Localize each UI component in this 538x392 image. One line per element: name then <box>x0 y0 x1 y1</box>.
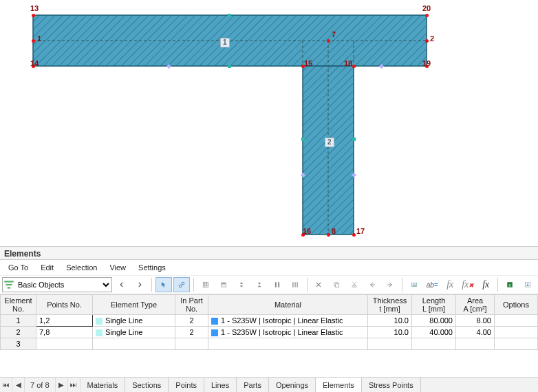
svg-rect-24 <box>297 282 297 287</box>
nav-first-button[interactable]: ⏮ <box>0 378 12 392</box>
node-point[interactable] <box>352 233 356 237</box>
delete-row-button[interactable] <box>310 277 327 292</box>
node-label-13: 13 <box>30 4 39 12</box>
tab-sections[interactable]: Sections <box>125 378 169 392</box>
menu-view[interactable]: View <box>104 261 131 274</box>
type-swatch-icon <box>96 318 103 325</box>
fx-insert-button[interactable]: fx <box>442 277 458 292</box>
type-swatch-icon <box>96 329 103 336</box>
node-label-2: 2 <box>430 34 434 43</box>
node-label-7: 7 <box>332 30 336 39</box>
fit-all-columns-button[interactable] <box>287 277 303 292</box>
filter-icon <box>3 279 15 291</box>
panel-title: Elements <box>0 246 538 260</box>
panel-menubar: Go To Edit Selection View Settings <box>0 260 538 275</box>
edge-handle[interactable] <box>228 14 231 17</box>
table-row[interactable]: 2 7,8 Single Line 2 1 - S235W | Isotropi… <box>1 327 538 338</box>
node-label-20: 20 <box>422 4 431 12</box>
node-label-8: 8 <box>332 227 336 235</box>
select-mode-button[interactable] <box>155 277 172 292</box>
edge-handle[interactable] <box>352 138 356 141</box>
material-swatch-icon <box>211 318 218 325</box>
material-swatch-icon <box>211 329 218 336</box>
table-row[interactable]: 1 1,2 Single Line 2 1 - S235W | Isotropi… <box>1 315 538 327</box>
svg-rect-8 <box>4 281 14 282</box>
rename-button[interactable]: ab= <box>424 277 440 292</box>
nav-prev-button[interactable] <box>114 277 130 292</box>
node-label-14: 14 <box>30 59 39 67</box>
svg-point-11 <box>179 285 182 287</box>
node-point[interactable] <box>327 233 330 237</box>
col-options[interactable]: Options <box>495 295 538 315</box>
collapse-all-button[interactable] <box>251 277 268 292</box>
move-right-button[interactable] <box>382 277 398 292</box>
tab-elements[interactable]: Elements <box>316 377 362 392</box>
export-excel-button[interactable]: X <box>502 277 518 292</box>
tab-parts[interactable]: Parts <box>237 378 269 392</box>
tab-stress-points[interactable]: Stress Points <box>362 378 421 392</box>
cell-points[interactable]: 1,2 <box>36 315 93 327</box>
tab-points[interactable]: Points <box>169 378 204 392</box>
node-label-17: 17 <box>356 227 365 235</box>
copy-row-button[interactable] <box>328 277 345 292</box>
nav-next-tab-button[interactable]: ▶ <box>56 378 68 392</box>
col-element-type[interactable]: Element Type <box>93 295 175 315</box>
node-point[interactable] <box>425 39 429 43</box>
object-filter-select[interactable]: Basic Objects <box>15 278 111 292</box>
svg-rect-10 <box>8 287 11 288</box>
link-selection-button[interactable] <box>173 277 190 292</box>
object-filter-combo[interactable]: Basic Objects <box>2 277 112 292</box>
svg-rect-23 <box>294 282 295 287</box>
model-viewport[interactable]: 1 2 13 1 14 20 2 19 7 15 18 16 8 17 <box>0 0 538 246</box>
move-left-button[interactable] <box>364 277 380 292</box>
nav-prev-tab-button[interactable]: ◀ <box>12 378 25 392</box>
col-element-no[interactable]: Element No. <box>1 295 36 315</box>
panel-toolbar: Basic Objects m ab= fx fx✖ fx X <box>0 275 538 294</box>
tab-lines[interactable]: Lines <box>204 378 237 392</box>
col-length[interactable]: Length L [mm] <box>412 295 456 315</box>
fx-edit-button[interactable]: fx <box>477 277 494 292</box>
menu-selection[interactable]: Selection <box>61 261 103 274</box>
col-part-no[interactable]: In Part No. <box>175 295 208 315</box>
node-point[interactable] <box>32 14 35 17</box>
tab-strip: ⏮ ◀ 7 of 8 ▶ ⏭ Materials Sections Points… <box>0 377 538 392</box>
edge-handle[interactable] <box>228 65 231 68</box>
node-point[interactable] <box>327 39 330 43</box>
node-label-18: 18 <box>344 59 352 67</box>
svg-rect-18 <box>221 283 226 284</box>
elements-table[interactable]: Element No. Points No. Element Type In P… <box>0 294 538 350</box>
grid-view-button[interactable] <box>197 277 214 292</box>
node-label-16: 16 <box>303 227 311 235</box>
col-material[interactable]: Material <box>208 295 368 315</box>
element-label-1: 1 <box>220 38 230 47</box>
units-button[interactable]: m <box>406 277 422 292</box>
import-table-button[interactable] <box>519 277 536 292</box>
cut-row-button[interactable] <box>346 277 363 292</box>
menu-settings[interactable]: Settings <box>133 261 171 274</box>
svg-rect-9 <box>6 284 12 285</box>
svg-text:m: m <box>413 283 416 287</box>
node-point[interactable] <box>32 39 35 43</box>
col-points-no[interactable]: Points No. <box>36 295 93 315</box>
node-point[interactable] <box>425 14 429 17</box>
svg-point-12 <box>182 282 184 285</box>
nav-position-label: 7 of 8 <box>25 378 56 392</box>
nav-next-button[interactable] <box>131 277 148 292</box>
tab-openings[interactable]: Openings <box>269 378 316 392</box>
table-row[interactable]: 3 <box>1 338 538 350</box>
table-settings-button[interactable] <box>215 277 232 292</box>
svg-rect-28 <box>336 284 339 287</box>
edge-handle[interactable] <box>301 138 305 141</box>
fx-remove-button[interactable]: fx✖ <box>460 277 476 292</box>
col-thickness[interactable]: Thickness t [mm] <box>368 295 412 315</box>
node-label-15: 15 <box>304 59 312 67</box>
nav-last-button[interactable]: ⏭ <box>68 378 80 392</box>
svg-text:X: X <box>508 283 511 287</box>
expand-all-button[interactable] <box>233 277 250 292</box>
menu-edit[interactable]: Edit <box>35 261 59 274</box>
tab-materials[interactable]: Materials <box>80 378 126 392</box>
fit-column-button[interactable] <box>269 277 286 292</box>
node-point[interactable] <box>352 65 356 68</box>
col-area[interactable]: Area A [cm²] <box>456 295 495 315</box>
menu-goto[interactable]: Go To <box>3 261 34 274</box>
